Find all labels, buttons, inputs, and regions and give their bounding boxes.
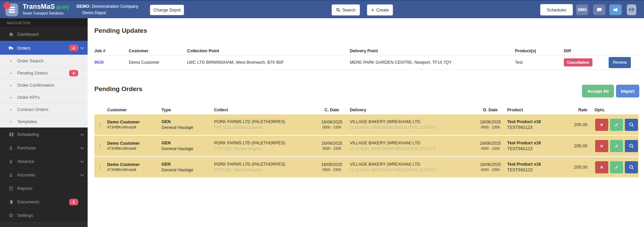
depot-name: Demo Depot [82,10,138,16]
search-icon [336,8,340,12]
accept-order-button[interactable]: ✓ [610,161,623,173]
sidebar-item-label: Contract Orders [17,107,48,112]
reject-order-button[interactable]: × [595,119,608,131]
column-header-customer: Customer [129,49,187,53]
import-button[interactable]: Import [616,85,639,97]
delivery-date: 16/06/2025 [473,162,507,168]
sidebar-item-accounts[interactable]: £ Accounts [0,168,88,181]
column-header-opts: Opts. [587,108,639,112]
knowledge-base-button[interactable]: KB [627,4,636,15]
collect-time-window: 0000 - 2359 [314,125,350,130]
order-customer-ref: 4T3HfBKnWIndaM [107,146,161,151]
sidebar-item-label: Order Search [17,58,43,63]
plus-icon: + [371,7,374,13]
sidebar-item-order-kpis[interactable]: ▸ Order KPI's [0,91,88,103]
delivery-address: LL13 9UH, WREXHAM INDUSTRIAL ESTATE [350,167,473,173]
sidebar-item-order-search[interactable]: ▸ Order Search [0,55,88,67]
view-order-button[interactable] [625,140,638,152]
order-customer: Demo Customer [107,162,161,168]
brand-block: TransMaS[EAP] Smart Transport Solutions [23,3,68,15]
order-type-code: GEN [161,119,214,125]
chat-button[interactable] [593,4,606,15]
sidebar-item-label: Absence [17,159,34,164]
order-type-name: General Haulage [161,146,214,152]
sidebar-section-label: NAVIGATION [0,18,88,27]
app-window: TransMaS[EAP] Smart Transport Solutions … [0,0,644,227]
sidebar-item-pending-orders[interactable]: ▸ Pending Orders 4 [0,67,88,79]
sidebar-item-orders[interactable]: Orders 4 [0,41,88,55]
sidebar-item-templates[interactable]: ▸ Templates [0,115,88,127]
row-menu-icon[interactable]: ⋮ [94,122,107,127]
sidebar-item-reports[interactable]: Reports [0,181,88,195]
sidebar-item-label: Order KPI's [17,95,40,100]
sidebar-item-label: Templates [17,119,37,124]
orders-count-badge: 4 [69,45,78,51]
pending-order-row: ⋮ Demo Customer 4T3HfBKnWIndaM GEN Gener… [94,136,639,156]
column-header-job: Job # [94,49,129,53]
collect-date: 16/06/2025 [314,119,350,125]
collect-address: TF9 1QS, Market Drayton [214,167,314,173]
column-header-rate: Rate [562,108,587,112]
view-order-button[interactable] [625,161,638,173]
delivery-name: VILLAGE BAKERY (WREXHAM) LTD [350,162,473,167]
top-header-bar: TransMaS[EAP] Smart Transport Solutions … [0,0,644,18]
sidebar-item-contract-orders[interactable]: ▸ Contract Orders [0,103,88,115]
collect-name: PORK FARMS LTD (PALETHORPES) [214,162,314,167]
search-button-label: Search [342,8,356,12]
sidebar-item-scheduling[interactable]: Scheduling [0,127,88,141]
column-header-collect: Collect [214,108,314,112]
magnifier-icon [629,143,634,149]
column-header-cdate: C. Date [314,108,350,112]
update-customer: Demo Customer [129,60,187,65]
announcements-button[interactable] [609,4,622,15]
sms-button[interactable]: SMS [576,4,588,15]
pound-icon: £ [8,159,14,164]
delivery-name: VILLAGE BAKERY (WREXHAM) LTD [350,119,473,125]
accept-all-button[interactable]: Accept All [582,85,614,97]
delivery-address: LL13 9UH, WREXHAM INDUSTRIAL ESTATE [350,146,473,152]
reject-order-button[interactable]: × [595,161,608,173]
megaphone-icon [613,7,618,12]
job-number-link[interactable]: 9630 [94,60,104,65]
chevron-down-icon [80,132,84,136]
column-header-delivery: Delivery [350,108,473,112]
company-depot-block: DEMO: Demonstration Company Demo Depot [76,4,138,16]
create-button[interactable]: + Create [367,4,393,16]
delivery-time-window: 0000 - 2359 [473,146,507,151]
brand-tag: [EAP] [57,5,68,10]
pending-update-row: 9630 Demo Customer LWC LTD BIRMINGHAM, W… [94,55,639,70]
view-order-button[interactable] [625,119,638,131]
home-icon [8,32,14,37]
documents-count-badge: 1 [69,199,78,205]
report-book-icon [8,186,14,191]
sidebar-item-label: Settings [17,213,33,218]
brand-tagline: Smart Transport Solutions [23,11,68,15]
column-header-products: Product(s) [515,49,564,53]
sidebar-item-absence[interactable]: £ Absence [0,154,88,168]
caret-right-icon: ▸ [8,83,14,87]
search-button[interactable]: Search [332,4,360,16]
row-menu-icon[interactable]: ⋮ [94,165,107,170]
brand-name: TransMaS [23,3,55,10]
scheduler-button[interactable]: Scheduler [540,4,573,16]
column-header-diff: Diff [564,49,609,53]
column-header-collection-point: Collection Point [187,49,350,53]
sidebar-item-order-confirmation[interactable]: ▸ Order Confirmation [0,79,88,91]
sidebar-item-dashboard[interactable]: Dashboard [0,27,88,41]
accept-order-button[interactable]: ✓ [610,119,623,131]
sidebar-item-settings[interactable]: ⚙ Settings [0,208,88,222]
column-header-type: Type [161,108,214,112]
review-button[interactable]: Review [609,57,631,68]
change-depot-button[interactable]: Change Depot [150,5,184,15]
product-name: Test Product x18 [507,119,562,125]
collect-name: PORK FARMS LTD (PALETHORPES) [214,140,314,146]
truck-icon [8,46,14,51]
product-name: Test Product x18 [507,140,562,146]
reject-order-button[interactable]: × [595,140,608,152]
sidebar-item-documents[interactable]: Documents 1 [0,195,88,208]
row-menu-icon[interactable]: ⋮ [94,143,107,149]
sidebar-item-purchase[interactable]: £ Purchase [0,141,88,154]
sidebar-item-label: Orders [17,46,31,51]
caret-right-icon: ▸ [8,108,14,111]
accept-order-button[interactable]: ✓ [610,140,623,152]
